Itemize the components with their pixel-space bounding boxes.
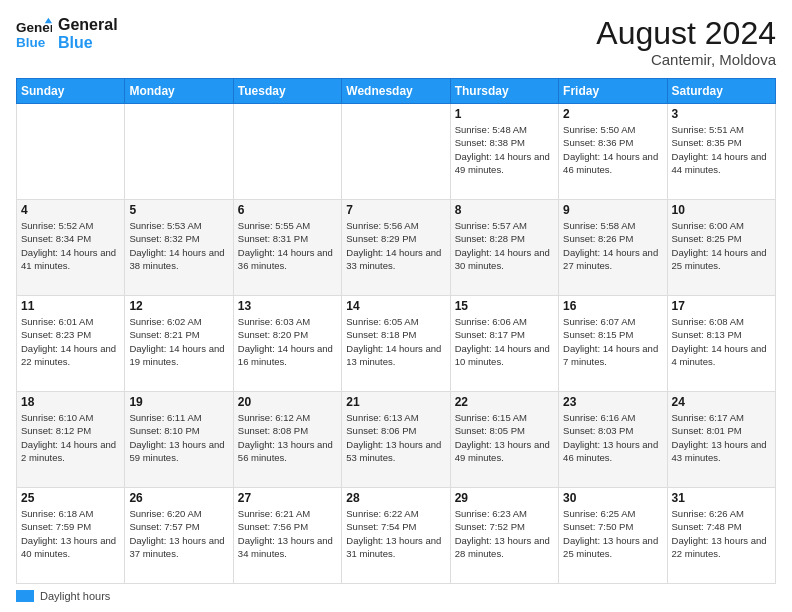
day-header-sunday: Sunday xyxy=(17,79,125,104)
day-number: 24 xyxy=(672,395,771,409)
day-info: Sunrise: 5:58 AM Sunset: 8:26 PM Dayligh… xyxy=(563,219,662,272)
day-info: Sunrise: 6:01 AM Sunset: 8:23 PM Dayligh… xyxy=(21,315,120,368)
calendar-cell-week1-day2: 6Sunrise: 5:55 AM Sunset: 8:31 PM Daylig… xyxy=(233,200,341,296)
calendar-cell-week0-day2 xyxy=(233,104,341,200)
day-number: 29 xyxy=(455,491,554,505)
day-info: Sunrise: 6:12 AM Sunset: 8:08 PM Dayligh… xyxy=(238,411,337,464)
day-number: 20 xyxy=(238,395,337,409)
day-number: 17 xyxy=(672,299,771,313)
day-number: 5 xyxy=(129,203,228,217)
day-info: Sunrise: 6:26 AM Sunset: 7:48 PM Dayligh… xyxy=(672,507,771,560)
day-info: Sunrise: 6:10 AM Sunset: 8:12 PM Dayligh… xyxy=(21,411,120,464)
day-number: 13 xyxy=(238,299,337,313)
day-number: 4 xyxy=(21,203,120,217)
day-number: 7 xyxy=(346,203,445,217)
legend: Daylight hours xyxy=(16,590,776,602)
day-number: 23 xyxy=(563,395,662,409)
day-header-monday: Monday xyxy=(125,79,233,104)
day-number: 12 xyxy=(129,299,228,313)
calendar-cell-week1-day5: 9Sunrise: 5:58 AM Sunset: 8:26 PM Daylig… xyxy=(559,200,667,296)
day-number: 6 xyxy=(238,203,337,217)
calendar-cell-week4-day5: 30Sunrise: 6:25 AM Sunset: 7:50 PM Dayli… xyxy=(559,488,667,584)
day-number: 31 xyxy=(672,491,771,505)
calendar-cell-week3-day4: 22Sunrise: 6:15 AM Sunset: 8:05 PM Dayli… xyxy=(450,392,558,488)
subtitle: Cantemir, Moldova xyxy=(596,51,776,68)
day-number: 30 xyxy=(563,491,662,505)
day-header-friday: Friday xyxy=(559,79,667,104)
calendar-cell-week0-day0 xyxy=(17,104,125,200)
page: General Blue General Blue August 2024 Ca… xyxy=(0,0,792,612)
calendar-cell-week4-day1: 26Sunrise: 6:20 AM Sunset: 7:57 PM Dayli… xyxy=(125,488,233,584)
day-info: Sunrise: 5:51 AM Sunset: 8:35 PM Dayligh… xyxy=(672,123,771,176)
calendar-cell-week2-day0: 11Sunrise: 6:01 AM Sunset: 8:23 PM Dayli… xyxy=(17,296,125,392)
day-number: 19 xyxy=(129,395,228,409)
day-info: Sunrise: 6:17 AM Sunset: 8:01 PM Dayligh… xyxy=(672,411,771,464)
day-info: Sunrise: 5:57 AM Sunset: 8:28 PM Dayligh… xyxy=(455,219,554,272)
day-number: 11 xyxy=(21,299,120,313)
calendar-cell-week1-day6: 10Sunrise: 6:00 AM Sunset: 8:25 PM Dayli… xyxy=(667,200,775,296)
day-info: Sunrise: 6:18 AM Sunset: 7:59 PM Dayligh… xyxy=(21,507,120,560)
day-number: 15 xyxy=(455,299,554,313)
calendar-cell-week4-day0: 25Sunrise: 6:18 AM Sunset: 7:59 PM Dayli… xyxy=(17,488,125,584)
calendar-cell-week2-day3: 14Sunrise: 6:05 AM Sunset: 8:18 PM Dayli… xyxy=(342,296,450,392)
day-number: 14 xyxy=(346,299,445,313)
day-number: 8 xyxy=(455,203,554,217)
day-info: Sunrise: 6:23 AM Sunset: 7:52 PM Dayligh… xyxy=(455,507,554,560)
calendar-cell-week2-day4: 15Sunrise: 6:06 AM Sunset: 8:17 PM Dayli… xyxy=(450,296,558,392)
logo-icon: General Blue xyxy=(16,16,52,52)
day-info: Sunrise: 6:07 AM Sunset: 8:15 PM Dayligh… xyxy=(563,315,662,368)
day-info: Sunrise: 6:08 AM Sunset: 8:13 PM Dayligh… xyxy=(672,315,771,368)
day-header-saturday: Saturday xyxy=(667,79,775,104)
day-info: Sunrise: 6:02 AM Sunset: 8:21 PM Dayligh… xyxy=(129,315,228,368)
calendar-cell-week1-day0: 4Sunrise: 5:52 AM Sunset: 8:34 PM Daylig… xyxy=(17,200,125,296)
day-info: Sunrise: 5:53 AM Sunset: 8:32 PM Dayligh… xyxy=(129,219,228,272)
day-info: Sunrise: 5:55 AM Sunset: 8:31 PM Dayligh… xyxy=(238,219,337,272)
day-number: 22 xyxy=(455,395,554,409)
calendar: SundayMondayTuesdayWednesdayThursdayFrid… xyxy=(16,78,776,584)
day-number: 18 xyxy=(21,395,120,409)
calendar-cell-week2-day1: 12Sunrise: 6:02 AM Sunset: 8:21 PM Dayli… xyxy=(125,296,233,392)
day-number: 28 xyxy=(346,491,445,505)
day-header-tuesday: Tuesday xyxy=(233,79,341,104)
day-info: Sunrise: 5:50 AM Sunset: 8:36 PM Dayligh… xyxy=(563,123,662,176)
day-info: Sunrise: 5:48 AM Sunset: 8:38 PM Dayligh… xyxy=(455,123,554,176)
day-info: Sunrise: 6:06 AM Sunset: 8:17 PM Dayligh… xyxy=(455,315,554,368)
day-info: Sunrise: 6:21 AM Sunset: 7:56 PM Dayligh… xyxy=(238,507,337,560)
day-number: 2 xyxy=(563,107,662,121)
day-info: Sunrise: 6:11 AM Sunset: 8:10 PM Dayligh… xyxy=(129,411,228,464)
day-number: 3 xyxy=(672,107,771,121)
day-info: Sunrise: 5:56 AM Sunset: 8:29 PM Dayligh… xyxy=(346,219,445,272)
calendar-cell-week3-day3: 21Sunrise: 6:13 AM Sunset: 8:06 PM Dayli… xyxy=(342,392,450,488)
header: General Blue General Blue August 2024 Ca… xyxy=(16,16,776,68)
day-number: 21 xyxy=(346,395,445,409)
calendar-cell-week3-day1: 19Sunrise: 6:11 AM Sunset: 8:10 PM Dayli… xyxy=(125,392,233,488)
main-title: August 2024 xyxy=(596,16,776,51)
day-info: Sunrise: 6:25 AM Sunset: 7:50 PM Dayligh… xyxy=(563,507,662,560)
calendar-cell-week1-day4: 8Sunrise: 5:57 AM Sunset: 8:28 PM Daylig… xyxy=(450,200,558,296)
day-info: Sunrise: 6:05 AM Sunset: 8:18 PM Dayligh… xyxy=(346,315,445,368)
day-number: 27 xyxy=(238,491,337,505)
day-info: Sunrise: 6:16 AM Sunset: 8:03 PM Dayligh… xyxy=(563,411,662,464)
calendar-cell-week4-day2: 27Sunrise: 6:21 AM Sunset: 7:56 PM Dayli… xyxy=(233,488,341,584)
logo-general: General xyxy=(58,16,118,34)
legend-label: Daylight hours xyxy=(40,590,110,602)
calendar-cell-week4-day6: 31Sunrise: 6:26 AM Sunset: 7:48 PM Dayli… xyxy=(667,488,775,584)
calendar-cell-week1-day1: 5Sunrise: 5:53 AM Sunset: 8:32 PM Daylig… xyxy=(125,200,233,296)
day-header-thursday: Thursday xyxy=(450,79,558,104)
legend-color-box xyxy=(16,590,34,602)
calendar-cell-week3-day6: 24Sunrise: 6:17 AM Sunset: 8:01 PM Dayli… xyxy=(667,392,775,488)
day-number: 1 xyxy=(455,107,554,121)
day-info: Sunrise: 6:00 AM Sunset: 8:25 PM Dayligh… xyxy=(672,219,771,272)
day-info: Sunrise: 6:13 AM Sunset: 8:06 PM Dayligh… xyxy=(346,411,445,464)
day-number: 25 xyxy=(21,491,120,505)
svg-text:Blue: Blue xyxy=(16,35,46,50)
calendar-cell-week2-day5: 16Sunrise: 6:07 AM Sunset: 8:15 PM Dayli… xyxy=(559,296,667,392)
day-number: 9 xyxy=(563,203,662,217)
calendar-cell-week4-day3: 28Sunrise: 6:22 AM Sunset: 7:54 PM Dayli… xyxy=(342,488,450,584)
day-number: 10 xyxy=(672,203,771,217)
day-number: 26 xyxy=(129,491,228,505)
day-info: Sunrise: 6:20 AM Sunset: 7:57 PM Dayligh… xyxy=(129,507,228,560)
logo-blue: Blue xyxy=(58,34,118,52)
calendar-cell-week2-day6: 17Sunrise: 6:08 AM Sunset: 8:13 PM Dayli… xyxy=(667,296,775,392)
calendar-cell-week0-day5: 2Sunrise: 5:50 AM Sunset: 8:36 PM Daylig… xyxy=(559,104,667,200)
